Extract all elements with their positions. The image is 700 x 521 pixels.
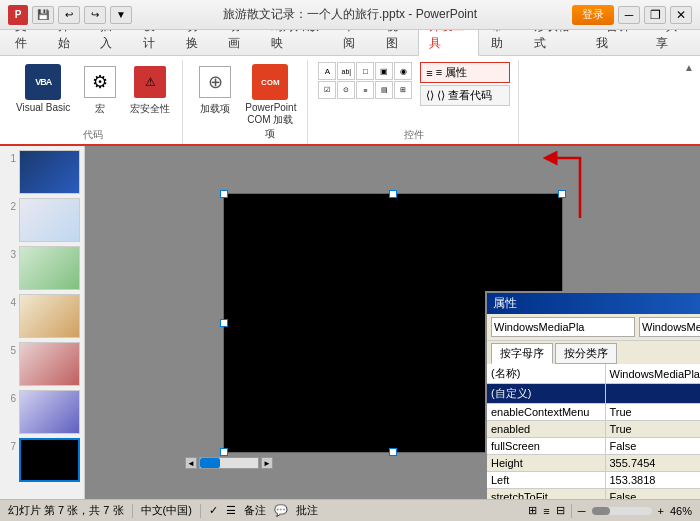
redo-btn[interactable]: ↪: [84, 6, 106, 24]
slide-img-7[interactable]: [19, 438, 80, 482]
ribbon-group-addins: ⊕ 加载项 COM PowerPoint COM 加载项 加载项: [185, 60, 308, 144]
props-tab-alpha[interactable]: 按字母序: [491, 343, 553, 364]
scroll-bar[interactable]: ◄ ►: [185, 457, 273, 469]
minimize-btn[interactable]: ─: [618, 6, 640, 24]
view-outline-btn[interactable]: ≡: [543, 505, 549, 517]
prop-value-fullscreen[interactable]: False: [605, 438, 700, 455]
code-group-label: 代码: [83, 128, 103, 142]
com-addins-btn[interactable]: COM PowerPoint COM 加载项: [241, 62, 299, 143]
restore-btn[interactable]: ❐: [644, 6, 666, 24]
props-property-combo[interactable]: [639, 317, 700, 337]
window-title: 旅游散文记录：一个人的旅行.pptx - PowerPoint: [223, 6, 477, 23]
prop-row-left: Left 153.3818: [487, 472, 700, 489]
properties-label: ≡ 属性: [436, 65, 467, 80]
prop-value-enabled[interactable]: True: [605, 421, 700, 438]
handle-bl[interactable]: [220, 448, 228, 456]
slide-num-7: 7: [4, 438, 16, 452]
prop-name-left: Left: [487, 472, 605, 489]
prop-value-context[interactable]: True: [605, 404, 700, 421]
ctrl-icon-5[interactable]: ◉: [394, 62, 412, 80]
zoom-level[interactable]: 46%: [670, 505, 692, 517]
properties-icon: ≡: [426, 67, 432, 79]
zoom-track: [592, 507, 610, 515]
undo-btn[interactable]: ↩: [58, 6, 80, 24]
macro-security-icon: ⚠: [132, 64, 168, 100]
macro-btn[interactable]: ⚙ 宏: [78, 62, 122, 118]
ctrl-icon-9[interactable]: ▤: [375, 81, 393, 99]
slide-img-6[interactable]: [19, 390, 80, 434]
zoom-in-btn[interactable]: +: [658, 505, 664, 517]
slide-thumb-3[interactable]: 3: [4, 246, 80, 290]
slide-thumb-7[interactable]: 7: [4, 438, 80, 482]
slide-img-1[interactable]: [19, 150, 80, 194]
properties-panel: 属性 ✕ 按字母序 按分类序 (名称) WindowsMediaPlay (: [485, 291, 700, 499]
slide-thumb-1[interactable]: 1: [4, 150, 80, 194]
control-icons: A ab| □ ▣ ◉ ☑ ⊙ ≡ ▤ ⊞: [318, 62, 412, 99]
scroll-track[interactable]: [199, 457, 259, 469]
slide-num-3: 3: [4, 246, 16, 260]
macro-security-btn[interactable]: ⚠ 宏安全性: [126, 62, 174, 118]
prop-name-stretch: stretchToFit: [487, 489, 605, 500]
prop-name-custom: (自定义): [487, 384, 605, 404]
properties-btn[interactable]: ≡ ≡ 属性: [420, 62, 510, 83]
slide-thumb-2[interactable]: 2: [4, 198, 80, 242]
props-object-combo[interactable]: [491, 317, 635, 337]
login-button[interactable]: 登录: [572, 5, 614, 25]
handle-tm[interactable]: [389, 190, 397, 198]
ctrl-icon-2[interactable]: ab|: [337, 62, 355, 80]
slide-thumb-5[interactable]: 5: [4, 342, 80, 386]
ribbon-expand[interactable]: ▲: [682, 60, 696, 144]
props-tab-category[interactable]: 按分类序: [555, 343, 617, 364]
zoom-slider[interactable]: [592, 507, 652, 515]
prop-value-custom[interactable]: [605, 384, 700, 404]
ctrl-right-buttons: ≡ ≡ 属性 ⟨⟩ ⟨⟩ 查看代码: [420, 62, 510, 106]
scroll-thumb[interactable]: [200, 458, 220, 468]
prop-value-left[interactable]: 153.3818: [605, 472, 700, 489]
prop-value-stretch[interactable]: False: [605, 489, 700, 500]
view-code-btn[interactable]: ⟨⟩ ⟨⟩ 查看代码: [420, 85, 510, 106]
ctrl-icon-7[interactable]: ⊙: [337, 81, 355, 99]
slide-img-5[interactable]: [19, 342, 80, 386]
save-btn[interactable]: 💾: [32, 6, 54, 24]
ctrl-icon-6[interactable]: ☑: [318, 81, 336, 99]
slide-img-4[interactable]: [19, 294, 80, 338]
handle-tr[interactable]: [558, 190, 566, 198]
props-table: (名称) WindowsMediaPlay (自定义) enableContex…: [487, 364, 700, 499]
slide-img-2[interactable]: [19, 198, 80, 242]
prop-value-height[interactable]: 355.7454: [605, 455, 700, 472]
slide-num-2: 2: [4, 198, 16, 212]
handle-bm[interactable]: [389, 448, 397, 456]
ctrl-icon-10[interactable]: ⊞: [394, 81, 412, 99]
slide-thumb-6[interactable]: 6: [4, 390, 80, 434]
com-addins-icon: COM: [252, 64, 288, 100]
zoom-out-btn[interactable]: ─: [578, 505, 586, 517]
comments-label[interactable]: 批注: [296, 503, 318, 518]
prop-value-name[interactable]: WindowsMediaPlay: [605, 364, 700, 384]
ctrl-icon-3[interactable]: □: [356, 62, 374, 80]
notes-label[interactable]: 备注: [244, 503, 266, 518]
props-title: 属性: [493, 295, 517, 312]
security-label: 宏安全性: [130, 102, 170, 116]
code-icon: ⟨⟩: [426, 89, 434, 102]
title-bar-controls: P 💾 ↩ ↪ ▼: [8, 5, 132, 25]
props-tabs: 按字母序 按分类序: [487, 341, 700, 364]
view-normal-btn[interactable]: ⊞: [528, 504, 537, 517]
customize-btn[interactable]: ▼: [110, 6, 132, 24]
slide-num-5: 5: [4, 342, 16, 356]
handle-ml[interactable]: [220, 319, 228, 327]
slide-thumb-4[interactable]: 4: [4, 294, 80, 338]
visual-basic-btn[interactable]: VBA Visual Basic: [12, 62, 74, 115]
handle-tl[interactable]: [220, 190, 228, 198]
macro-label: 宏: [95, 102, 105, 116]
ribbon-group-code-content: VBA Visual Basic ⚙ 宏 ⚠ 宏安全性: [12, 62, 174, 126]
ctrl-icon-8[interactable]: ≡: [356, 81, 374, 99]
view-slide-btn[interactable]: ⊟: [556, 504, 565, 517]
prop-name-height: Height: [487, 455, 605, 472]
status-sep-3: [571, 504, 572, 518]
slide-img-3[interactable]: [19, 246, 80, 290]
ctrl-icon-1[interactable]: A: [318, 62, 336, 80]
prop-row-context: enableContextMenu True: [487, 404, 700, 421]
close-btn[interactable]: ✕: [670, 6, 692, 24]
ctrl-icon-4[interactable]: ▣: [375, 62, 393, 80]
addins-btn[interactable]: ⊕ 加载项: [193, 62, 237, 118]
